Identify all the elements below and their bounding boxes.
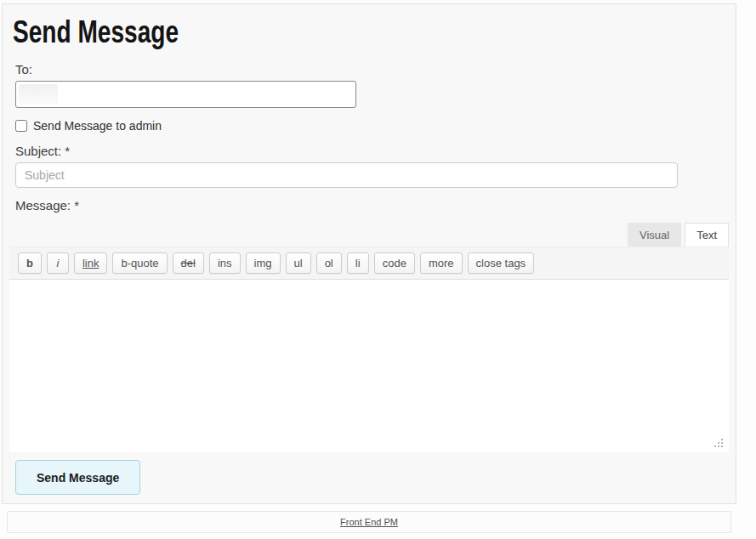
qt-button-code[interactable]: code	[374, 252, 415, 274]
qt-button-ins[interactable]: ins	[209, 252, 241, 274]
footer: Front End PM	[7, 511, 731, 533]
to-input[interactable]	[15, 81, 356, 108]
editor-box: bilinkb-quotedelinsimgulollicodemoreclos…	[9, 247, 729, 452]
to-label: To:	[15, 62, 729, 77]
qt-button-li[interactable]: li	[347, 252, 369, 274]
message-textarea[interactable]	[9, 280, 729, 452]
qt-button-ol[interactable]: ol	[316, 252, 342, 274]
qt-button-del[interactable]: del	[173, 252, 204, 274]
send-to-admin-label[interactable]: Send Message to admin	[33, 119, 162, 133]
qt-button-i[interactable]: i	[47, 252, 69, 274]
send-to-admin-checkbox[interactable]	[15, 120, 27, 132]
editor-tabs: VisualText	[9, 223, 729, 247]
page-title: Send Message	[13, 14, 571, 50]
qt-button-link[interactable]: link	[74, 252, 108, 274]
qt-button-close-tags[interactable]: close tags	[468, 252, 535, 274]
editor-tab-text[interactable]: Text	[685, 223, 729, 247]
qt-button-more[interactable]: more	[420, 252, 463, 274]
qt-button-b-quote[interactable]: b-quote	[112, 252, 167, 274]
front-end-pm-link[interactable]: Front End PM	[340, 517, 398, 527]
subject-input[interactable]	[15, 162, 678, 188]
qt-button-img[interactable]: img	[246, 252, 281, 274]
send-message-button[interactable]: Send Message	[15, 460, 140, 495]
message-label: Message: *	[15, 198, 729, 213]
subject-label: Subject: *	[15, 144, 729, 158]
send-message-panel: Send Message To: Send Message to admin S…	[2, 3, 736, 504]
send-to-admin-row: Send Message to admin	[15, 119, 729, 133]
autocomplete-token-placeholder	[19, 84, 58, 105]
qt-button-b[interactable]: b	[18, 252, 42, 274]
textarea-wrap	[9, 280, 729, 452]
quicktags-toolbar: bilinkb-quotedelinsimgulollicodemoreclos…	[9, 247, 729, 280]
editor-tab-visual[interactable]: Visual	[628, 223, 681, 247]
qt-button-ul[interactable]: ul	[286, 252, 311, 274]
message-editor: VisualText bilinkb-quotedelinsimgulollic…	[9, 223, 729, 452]
